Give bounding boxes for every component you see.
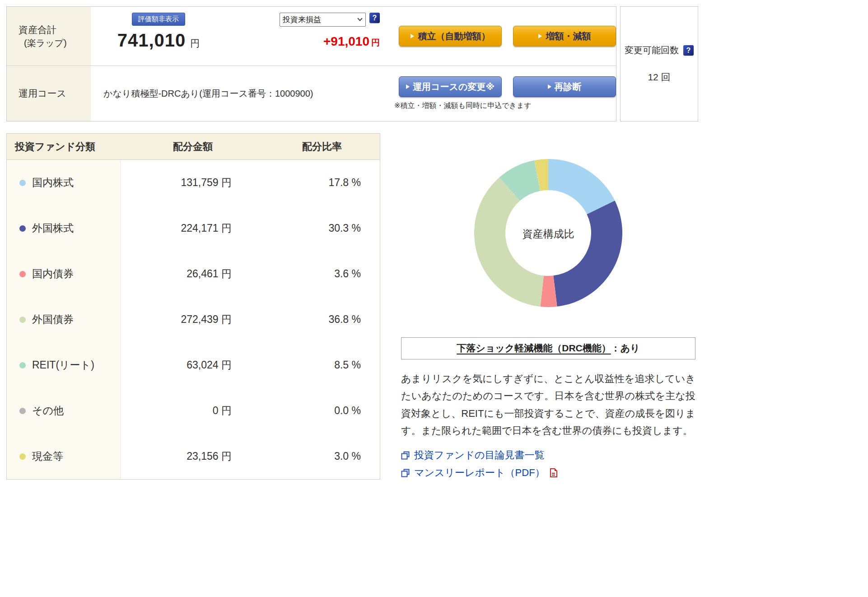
table-row: その他 0 円 0.0 % — [7, 388, 380, 434]
allocation-ratio: 0.0 % — [265, 388, 379, 434]
change-count-label: 変更可能回数 — [625, 44, 679, 56]
pl-period-select[interactable]: 投資来損益 — [280, 13, 366, 27]
asset-total-unit: 円 — [190, 38, 200, 48]
profit-loss-cell: 投資来損益 ? +91,010円 — [226, 7, 393, 65]
asset-total-amount-line: 741,010円 — [117, 30, 200, 51]
category-color-dot — [19, 225, 26, 232]
profit-loss-amount-line: +91,010円 — [280, 34, 380, 49]
profit-loss-amount: +91,010 — [323, 34, 369, 48]
help-icon[interactable]: ? — [369, 13, 380, 23]
allocation-table: 投資ファンド分類 配分金額 配分比率 国内株式 131,759 円 17.8 %… — [6, 133, 380, 480]
donut-center-label: 資産構成比 — [523, 227, 574, 241]
allocation-amount: 0 円 — [121, 388, 265, 434]
change-course-button[interactable]: 運用コースの変更※ — [399, 76, 502, 97]
course-label: 運用コース — [19, 87, 66, 100]
profit-loss-selector-row: 投資来損益 ? — [280, 13, 380, 27]
monthly-report-link[interactable]: マンスリーレポート（PDF） — [414, 466, 545, 480]
category-label: 外国株式 — [32, 221, 74, 235]
table-row: 外国株式 224,171 円 30.3 % — [7, 205, 380, 251]
table-row: REIT(リート) 63,024 円 8.5 % — [7, 342, 380, 388]
change-count-value: 12 回 — [648, 71, 670, 84]
category-color-dot — [19, 408, 26, 414]
allocation-ratio: 8.5 % — [265, 342, 379, 388]
category-label: 国内株式 — [32, 176, 74, 190]
external-window-icon — [401, 451, 410, 460]
apply-note: ※積立・増額・減額も同時に申込できます — [394, 101, 616, 111]
allocation-ratio: 3.0 % — [265, 434, 379, 479]
table-row: 国内株式 131,759 円 17.8 % — [7, 160, 380, 205]
asset-total-label-cell: 資産合計 (楽ラップ) — [7, 7, 91, 65]
pl-period-select-wrap: 投資来損益 — [280, 13, 366, 27]
course-description: あまりリスクを気にしすぎずに、とことん収益性を追求していきたいあなたのためのコー… — [401, 370, 695, 439]
category-label: その他 — [32, 404, 64, 418]
table-row: 外国債券 272,439 円 36.8 % — [7, 297, 380, 342]
asset-total-label: 資産合計 — [19, 23, 91, 37]
asset-composition-chart: 資産構成比 — [460, 145, 636, 323]
document-links: 投資ファンドの目論見書一覧 マンスリーレポート（PDF） — [401, 448, 695, 480]
course-actions: 運用コースの変更※ 再診断 ※積立・増額・減額も同時に申込できます — [393, 66, 616, 121]
chart-and-drc-column: 資産構成比 下落ショック軽減機能（DRC機能）：あり あまりリスクを気にしすぎず… — [401, 133, 695, 480]
category-label: 外国債券 — [32, 312, 74, 326]
allocation-amount: 23,156 円 — [121, 434, 265, 479]
course-value: かなり積極型-DRCあり(運用コース番号：1000900) — [91, 66, 393, 121]
course-row: 運用コース かなり積極型-DRCあり(運用コース番号：1000900) 運用コー… — [7, 66, 616, 121]
hide-valuation-button[interactable]: 評価額非表示 — [132, 13, 185, 26]
change-count-panel: 変更可能回数 ? 12 回 — [620, 6, 698, 121]
asset-total-sublabel: (楽ラップ) — [19, 37, 91, 50]
course-label-cell: 運用コース — [7, 66, 91, 121]
category-color-dot — [19, 317, 26, 323]
allocation-amount: 26,461 円 — [121, 251, 265, 297]
allocation-ratio: 36.8 % — [265, 297, 379, 342]
arrow-right-icon — [411, 34, 414, 38]
category-color-dot — [19, 180, 26, 186]
donut-segment-外国株式 — [553, 201, 622, 307]
profit-loss-unit: 円 — [371, 38, 380, 47]
category-label: 国内債券 — [32, 267, 74, 281]
summary-section: 資産合計 (楽ラップ) 評価額非表示 741,010円 投資来損益 — [6, 6, 698, 121]
help-icon[interactable]: ? — [683, 45, 694, 56]
table-header-row: 投資ファンド分類 配分金額 配分比率 — [7, 134, 380, 160]
external-window-icon — [401, 469, 410, 477]
arrow-right-icon — [548, 84, 551, 89]
top-actions: 積立（自動増額） 増額・減額 — [393, 7, 616, 65]
category-color-dot — [19, 362, 26, 368]
asset-total-row: 資産合計 (楽ラップ) 評価額非表示 741,010円 投資来損益 — [7, 7, 616, 66]
prospectus-link[interactable]: 投資ファンドの目論見書一覧 — [414, 448, 545, 462]
drc-title: 下落ショック軽減機能（DRC機能） — [457, 343, 611, 353]
allocation-amount: 224,171 円 — [121, 205, 265, 251]
asset-total-value-cell: 評価額非表示 741,010円 — [91, 7, 226, 65]
arrow-right-icon — [406, 84, 410, 89]
prospectus-link-row: 投資ファンドの目論見書一覧 — [401, 448, 695, 462]
category-color-dot — [19, 453, 26, 460]
category-label: 現金等 — [32, 449, 63, 463]
allocation-ratio: 17.8 % — [265, 160, 379, 205]
header-category: 投資ファンド分類 — [7, 140, 121, 154]
course-buttons-row: 運用コースの変更※ 再診断 — [394, 76, 616, 97]
asset-total-amount: 741,010 — [117, 30, 186, 50]
drc-feature-box: 下落ショック軽減機能（DRC機能）：あり — [401, 337, 695, 359]
donut-segment-外国債券 — [474, 177, 544, 307]
rediagnose-button[interactable]: 再診断 — [513, 76, 616, 97]
asset-summary-panel: 資産合計 (楽ラップ) 評価額非表示 741,010円 投資来損益 — [6, 6, 616, 121]
drc-title-suffix: ：あり — [611, 343, 640, 353]
allocation-section: 投資ファンド分類 配分金額 配分比率 国内株式 131,759 円 17.8 %… — [6, 133, 862, 480]
header-amount: 配分金額 — [121, 140, 265, 154]
header-ratio: 配分比率 — [265, 140, 379, 154]
monthly-report-link-row: マンスリーレポート（PDF） — [401, 466, 695, 480]
increase-decrease-button[interactable]: 増額・減額 — [513, 26, 616, 47]
allocation-amount: 272,439 円 — [121, 297, 265, 342]
allocation-ratio: 3.6 % — [265, 251, 379, 297]
table-row: 国内債券 26,461 円 3.6 % — [7, 251, 380, 297]
allocation-ratio: 30.3 % — [265, 205, 379, 251]
table-row: 現金等 23,156 円 3.0 % — [7, 434, 380, 479]
change-count-label-row: 変更可能回数 ? — [625, 44, 694, 56]
category-label: REIT(リート) — [32, 358, 94, 372]
arrow-right-icon — [538, 34, 542, 38]
rakuwrap-asset-page: 資産合計 (楽ラップ) 評価額非表示 741,010円 投資来損益 — [0, 0, 868, 486]
category-color-dot — [19, 271, 26, 277]
allocation-amount: 63,024 円 — [121, 342, 265, 388]
reserve-auto-increase-button[interactable]: 積立（自動増額） — [399, 26, 502, 47]
pdf-file-icon — [550, 468, 557, 477]
allocation-amount: 131,759 円 — [121, 160, 265, 205]
